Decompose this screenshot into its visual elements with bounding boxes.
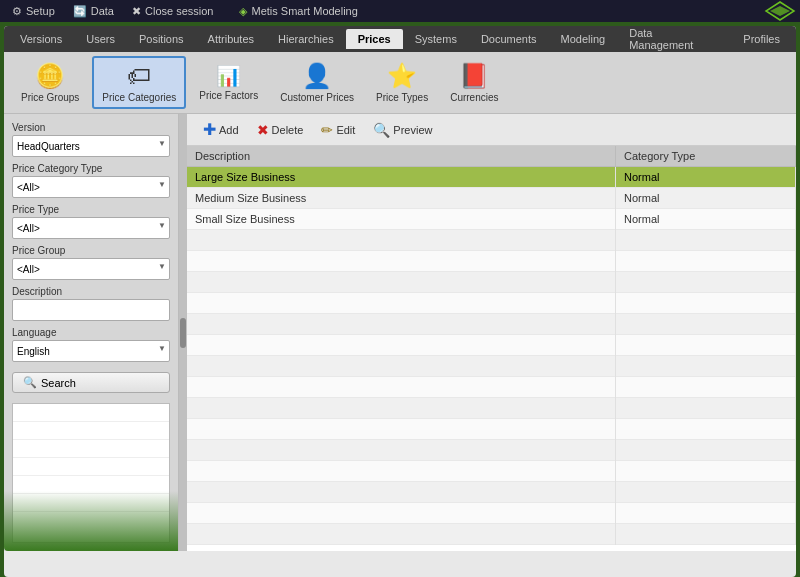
language-select[interactable]: English — [12, 340, 170, 362]
result-row[interactable] — [13, 494, 169, 512]
data-label: Data — [91, 5, 114, 17]
table-row-empty[interactable] — [187, 272, 796, 293]
price-types-icon: ⭐ — [387, 62, 417, 90]
price-type-field: Price Type <All> — [12, 204, 170, 239]
add-label: Add — [219, 124, 239, 136]
currencies-label: Currencies — [450, 92, 498, 103]
table-row-empty[interactable] — [187, 461, 796, 482]
language-field: Language English — [12, 327, 170, 362]
top-bar-metis[interactable]: ◈ Metis Smart Modeling — [231, 3, 365, 20]
results-box — [12, 403, 170, 543]
col-description: Description — [187, 146, 616, 167]
delete-button[interactable]: ✖ Delete — [249, 119, 312, 141]
tab-versions[interactable]: Versions — [8, 29, 74, 49]
version-label: Version — [12, 122, 170, 133]
price-group-field: Price Group <All> — [12, 245, 170, 280]
edit-label: Edit — [336, 124, 355, 136]
data-table: Description Category Type Large Size Bus… — [187, 146, 796, 545]
tab-documents[interactable]: Documents — [469, 29, 549, 49]
svg-marker-1 — [770, 6, 790, 16]
price-type-label: Price Type — [12, 204, 170, 215]
edit-icon: ✏ — [321, 122, 333, 138]
top-bar-data[interactable]: 🔄 Data — [65, 3, 122, 20]
tab-data-management[interactable]: Data Management — [617, 26, 731, 55]
table-row-empty[interactable] — [187, 377, 796, 398]
table-row-empty[interactable] — [187, 503, 796, 524]
data-icon: 🔄 — [73, 5, 87, 18]
customer-prices-btn[interactable]: 👤 Customer Prices — [271, 57, 363, 108]
result-row[interactable] — [13, 476, 169, 494]
customer-prices-label: Customer Prices — [280, 92, 354, 103]
price-categories-label: Price Categories — [102, 92, 176, 103]
description-field: Description — [12, 286, 170, 321]
table-row-empty[interactable] — [187, 251, 796, 272]
tab-profiles[interactable]: Profiles — [731, 29, 792, 49]
price-categories-icon: 🏷 — [127, 62, 151, 90]
metis-label: Metis Smart Modeling — [251, 5, 357, 17]
preview-label: Preview — [393, 124, 432, 136]
price-groups-btn[interactable]: 🪙 Price Groups — [12, 57, 88, 108]
table-row-empty[interactable] — [187, 314, 796, 335]
search-label: Search — [41, 377, 76, 389]
table-row[interactable]: Large Size BusinessNormal — [187, 167, 796, 188]
price-group-label: Price Group — [12, 245, 170, 256]
scroll-handle[interactable] — [180, 318, 186, 348]
top-bar-setup[interactable]: ⚙ Setup — [4, 3, 63, 20]
preview-icon: 🔍 — [373, 122, 390, 138]
customer-prices-icon: 👤 — [302, 62, 332, 90]
action-bar: ✚ Add ✖ Delete ✏ Edit 🔍 Preview — [187, 114, 796, 146]
result-row[interactable] — [13, 458, 169, 476]
price-category-type-select[interactable]: <All> — [12, 176, 170, 198]
add-button[interactable]: ✚ Add — [195, 117, 247, 142]
app-logo — [764, 0, 796, 22]
currencies-btn[interactable]: 📕 Currencies — [441, 57, 507, 108]
delete-icon: ✖ — [257, 122, 269, 138]
edit-button[interactable]: ✏ Edit — [313, 119, 363, 141]
top-bar-close-session[interactable]: ✖ Close session — [124, 3, 221, 20]
price-categories-btn[interactable]: 🏷 Price Categories — [92, 56, 186, 109]
table-row-empty[interactable] — [187, 398, 796, 419]
description-input[interactable] — [12, 299, 170, 321]
price-types-btn[interactable]: ⭐ Price Types — [367, 57, 437, 108]
table-row-empty[interactable] — [187, 335, 796, 356]
result-row[interactable] — [13, 404, 169, 422]
left-panel: Version HeadQuarters Price Category Type… — [4, 114, 179, 551]
price-category-type-field: Price Category Type <All> — [12, 163, 170, 198]
right-panel: ✚ Add ✖ Delete ✏ Edit 🔍 Preview — [187, 114, 796, 551]
table-row-empty[interactable] — [187, 524, 796, 545]
search-button[interactable]: 🔍 Search — [12, 372, 170, 393]
main-container: Versions Users Positions Attributes Hier… — [4, 26, 796, 577]
price-groups-label: Price Groups — [21, 92, 79, 103]
table-row-empty[interactable] — [187, 419, 796, 440]
tab-modeling[interactable]: Modeling — [549, 29, 618, 49]
version-field: Version HeadQuarters — [12, 122, 170, 157]
setup-label: Setup — [26, 5, 55, 17]
tab-systems[interactable]: Systems — [403, 29, 469, 49]
table-row-empty[interactable] — [187, 482, 796, 503]
tab-prices[interactable]: Prices — [346, 29, 403, 49]
top-bar: ⚙ Setup 🔄 Data ✖ Close session ◈ Metis S… — [0, 0, 800, 22]
version-select[interactable]: HeadQuarters — [12, 135, 170, 157]
add-icon: ✚ — [203, 120, 216, 139]
price-types-label: Price Types — [376, 92, 428, 103]
price-factors-btn[interactable]: 📊 Price Factors — [190, 59, 267, 106]
table-row[interactable]: Medium Size BusinessNormal — [187, 188, 796, 209]
tab-hierarchies[interactable]: Hierarchies — [266, 29, 346, 49]
tab-users[interactable]: Users — [74, 29, 127, 49]
tab-attributes[interactable]: Attributes — [196, 29, 266, 49]
nav-tabs: Versions Users Positions Attributes Hier… — [4, 26, 796, 52]
price-group-select[interactable]: <All> — [12, 258, 170, 280]
table-row-empty[interactable] — [187, 440, 796, 461]
result-row[interactable] — [13, 422, 169, 440]
table-row-empty[interactable] — [187, 356, 796, 377]
price-type-select[interactable]: <All> — [12, 217, 170, 239]
price-factors-icon: 📊 — [216, 64, 241, 88]
toolbar: 🪙 Price Groups 🏷 Price Categories 📊 Pric… — [4, 52, 796, 114]
tab-positions[interactable]: Positions — [127, 29, 196, 49]
table-row[interactable]: Small Size BusinessNormal — [187, 209, 796, 230]
preview-button[interactable]: 🔍 Preview — [365, 119, 440, 141]
table-row-empty[interactable] — [187, 230, 796, 251]
result-row[interactable] — [13, 440, 169, 458]
table-row-empty[interactable] — [187, 293, 796, 314]
language-label: Language — [12, 327, 170, 338]
